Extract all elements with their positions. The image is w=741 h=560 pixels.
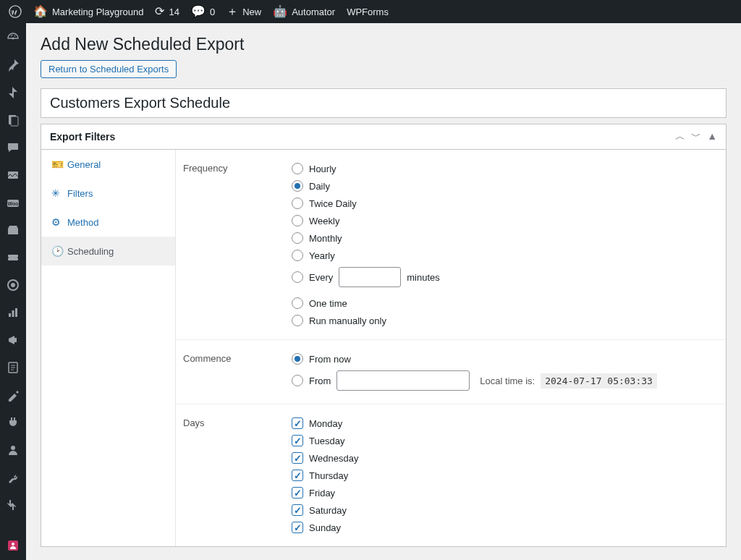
commence-label: Commence <box>176 353 292 391</box>
menu-store[interactable] <box>0 220 26 240</box>
svg-point-23 <box>12 543 14 546</box>
tab-scheduling[interactable]: 🕑Scheduling <box>41 237 175 266</box>
menu-pin[interactable] <box>0 55 26 75</box>
frequency-label: Frequency <box>176 163 292 326</box>
svg-rect-14 <box>12 310 14 317</box>
menu-comments[interactable] <box>0 137 26 158</box>
svg-rect-13 <box>9 313 11 317</box>
refresh-icon: ⟳ <box>155 6 164 17</box>
label-from: From <box>309 376 331 386</box>
site-name-link[interactable]: 🏠Marketing Playground <box>27 0 149 23</box>
menu-woo[interactable]: Woo <box>0 192 26 213</box>
label-twice-daily: Twice Daily <box>309 198 357 209</box>
svg-rect-3 <box>11 116 18 126</box>
radio-weekly[interactable] <box>292 215 303 226</box>
check-tuesday[interactable] <box>292 435 303 446</box>
svg-rect-8 <box>8 255 18 260</box>
menu-appearance[interactable] <box>0 385 26 405</box>
panel-subnav: 🎫General ✳Filters ⚙Method 🕑Scheduling <box>41 150 176 546</box>
label-from-now: From now <box>309 354 351 365</box>
svg-point-0 <box>9 6 21 17</box>
gear-icon: ⚙ <box>51 216 62 228</box>
row-frequency: Frequency Hourly Daily Twice Daily Weekl… <box>176 150 726 340</box>
sparkle-icon: ✳ <box>51 187 62 199</box>
comments-link[interactable]: 💬0 <box>185 0 221 23</box>
radio-from[interactable] <box>292 375 303 386</box>
menu-media[interactable] <box>0 165 26 185</box>
radio-daily[interactable] <box>292 180 303 192</box>
ticket-icon: 🎫 <box>51 158 62 170</box>
chevron-down-icon[interactable]: ﹀ <box>691 130 701 143</box>
panel-controls: ︿ ﹀ ▲ <box>675 130 717 143</box>
menu-tools[interactable] <box>0 467 26 488</box>
menu-import-export[interactable] <box>0 495 26 515</box>
check-monday[interactable] <box>292 417 303 429</box>
menu-plugins[interactable] <box>0 412 26 433</box>
svg-rect-15 <box>15 308 17 317</box>
radio-one-time[interactable] <box>292 297 303 309</box>
radio-from-now[interactable] <box>292 353 303 365</box>
label-hourly: Hourly <box>309 164 336 174</box>
check-wednesday[interactable] <box>292 452 303 464</box>
check-friday[interactable] <box>292 487 303 499</box>
title-input-box[interactable]: Customers Export Schedule <box>41 88 727 118</box>
wordpress-icon <box>9 5 22 18</box>
label-monday: Monday <box>309 418 342 429</box>
check-thursday[interactable] <box>292 470 303 481</box>
new-label: New <box>242 7 261 17</box>
menu-forms[interactable] <box>0 357 26 378</box>
menu-dashboard[interactable] <box>0 27 26 48</box>
site-name: Marketing Playground <box>52 7 143 17</box>
wp-logo[interactable] <box>3 0 27 23</box>
label-thursday: Thursday <box>309 470 348 481</box>
label-wednesday: Wednesday <box>309 453 358 464</box>
updates-count: 14 <box>169 7 179 17</box>
menu-analytics[interactable] <box>0 302 26 323</box>
svg-point-12 <box>11 283 15 287</box>
check-saturday[interactable] <box>292 504 303 516</box>
label-every: Every <box>309 272 333 283</box>
menu-tickets[interactable] <box>0 247 26 268</box>
triangle-up-icon[interactable]: ▲ <box>707 130 717 143</box>
radio-run-manually[interactable] <box>292 315 303 326</box>
updates-link[interactable]: ⟳14 <box>149 0 185 23</box>
radio-monthly[interactable] <box>292 232 303 244</box>
automator-link[interactable]: 🤖Automator <box>267 0 341 23</box>
label-run-manually: Run manually only <box>309 315 386 326</box>
form-area: Frequency Hourly Daily Twice Daily Weekl… <box>176 150 726 546</box>
label-daily: Daily <box>309 181 330 192</box>
local-time-value: 2024-07-17 05:03:33 <box>541 373 657 389</box>
row-days: Days Monday Tuesday Wednesday Thursday F… <box>176 404 726 546</box>
content-area: Add New Scheduled Export Return to Sched… <box>26 23 741 560</box>
wpforms-link[interactable]: WPForms <box>341 0 394 23</box>
radio-every[interactable] <box>292 271 303 283</box>
tab-general[interactable]: 🎫General <box>41 150 175 179</box>
check-sunday[interactable] <box>292 522 303 533</box>
panel-header-title: Export Filters <box>50 131 115 143</box>
svg-text:Woo: Woo <box>7 201 18 206</box>
page-title: Add New Scheduled Export <box>41 35 727 54</box>
chevron-up-icon[interactable]: ︿ <box>675 130 685 143</box>
tab-method[interactable]: ⚙Method <box>41 208 175 237</box>
label-one-time: One time <box>309 298 347 309</box>
return-button[interactable]: Return to Scheduled Exports <box>41 60 177 78</box>
radio-twice-daily[interactable] <box>292 198 303 209</box>
input-every-minutes[interactable] <box>339 267 401 287</box>
radio-hourly[interactable] <box>292 163 303 174</box>
menu-marketing[interactable] <box>0 330 26 350</box>
menu-badge[interactable] <box>0 275 26 295</box>
radio-yearly[interactable] <box>292 250 303 261</box>
row-commence: Commence From now From Local time is: 20… <box>176 340 726 404</box>
new-link[interactable]: ＋New <box>221 0 267 23</box>
automator-label: Automator <box>292 7 335 17</box>
menu-avatar[interactable] <box>0 535 26 556</box>
wpforms-label: WPForms <box>347 7 389 17</box>
tab-filters[interactable]: ✳Filters <box>41 179 175 208</box>
schedule-title: Customers Export Schedule <box>50 95 717 111</box>
menu-pages[interactable] <box>0 110 26 130</box>
svg-point-21 <box>11 446 15 450</box>
menu-jetpack[interactable] <box>0 82 26 103</box>
panel-header: Export Filters ︿ ﹀ ▲ <box>41 124 726 150</box>
menu-users[interactable] <box>0 440 26 460</box>
input-from-date[interactable] <box>336 370 470 391</box>
